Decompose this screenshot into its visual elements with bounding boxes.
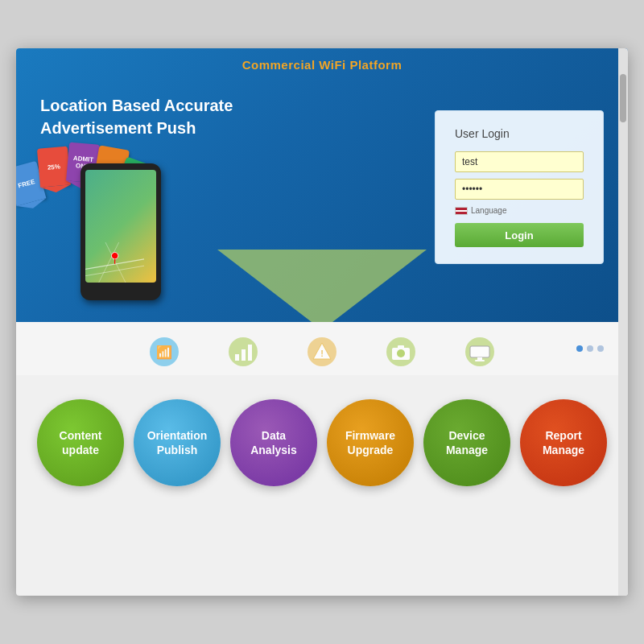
barchart-icon bbox=[228, 336, 258, 367]
bubble-data-line2: Analysis bbox=[250, 443, 297, 457]
phone-illustration: FREE 25% ADMITONE SALE 50% bbox=[40, 155, 201, 316]
language-label: Language bbox=[471, 206, 507, 215]
svg-rect-10 bbox=[242, 349, 246, 361]
svg-point-4 bbox=[111, 253, 118, 259]
bubble-device-line1: Device bbox=[448, 428, 485, 443]
bubble-data-analysis[interactable]: Data Analysis bbox=[230, 399, 317, 486]
svg-point-17 bbox=[397, 349, 405, 357]
main-window: Commercial WiFi Platform Location Based … bbox=[16, 48, 628, 596]
svg-rect-22 bbox=[477, 357, 482, 360]
bubble-firmware-upgrade[interactable]: Firmware Upgrade bbox=[327, 399, 414, 486]
username-input[interactable] bbox=[455, 151, 584, 172]
bubble-orient-line2: Publish bbox=[157, 443, 198, 457]
platform-title: Commercial WiFi Platform bbox=[16, 48, 628, 78]
scrollbar[interactable] bbox=[618, 48, 628, 596]
icon-alert: ! bbox=[307, 336, 337, 367]
arrow-decoration bbox=[217, 250, 427, 322]
bubble-report-manage[interactable]: Report Manage bbox=[520, 399, 607, 486]
bubble-content-line2: update bbox=[62, 443, 99, 457]
icon-camera bbox=[386, 336, 416, 367]
login-title: User Login bbox=[455, 127, 584, 140]
bubble-report-line1: Report bbox=[545, 428, 581, 443]
icon-monitor bbox=[464, 336, 495, 367]
bubble-orient-line1: Orientation bbox=[147, 428, 208, 443]
scrollbar-thumb[interactable] bbox=[620, 74, 626, 122]
svg-rect-20 bbox=[470, 346, 489, 357]
dot-3 bbox=[597, 345, 604, 352]
flag-icon bbox=[455, 207, 468, 215]
phone-screen bbox=[85, 170, 156, 283]
login-box: User Login Language Login bbox=[435, 110, 604, 264]
svg-rect-23 bbox=[475, 360, 485, 361]
camera-icon bbox=[386, 336, 416, 367]
bubble-device-manage[interactable]: Device Manage bbox=[423, 399, 510, 486]
svg-rect-18 bbox=[398, 345, 404, 349]
password-input[interactable] bbox=[455, 179, 584, 200]
alert-icon: ! bbox=[307, 336, 337, 367]
bubbles-section: Content update Orientation Publish Data … bbox=[16, 375, 628, 502]
wifi-icon: 📶 bbox=[149, 336, 180, 367]
map-svg bbox=[85, 242, 144, 283]
phone-body bbox=[80, 163, 161, 300]
bubble-firmware-line2: Upgrade bbox=[348, 443, 394, 457]
svg-text:📶: 📶 bbox=[156, 345, 172, 360]
bubble-report-line2: Manage bbox=[543, 443, 584, 457]
dot-1 bbox=[576, 345, 583, 352]
bubble-orientation-publish[interactable]: Orientation Publish bbox=[134, 399, 221, 486]
pagination-dots bbox=[576, 345, 604, 352]
language-row: Language bbox=[455, 206, 584, 215]
banner-tagline: Location Based Accurate Advertisement Pu… bbox=[40, 94, 419, 139]
svg-text:!: ! bbox=[320, 349, 324, 358]
icons-row: 📶 ! bbox=[16, 322, 628, 375]
dot-2 bbox=[587, 345, 593, 352]
svg-rect-11 bbox=[248, 345, 252, 361]
bubble-firmware-line1: Firmware bbox=[345, 428, 395, 443]
bubble-data-line1: Data bbox=[262, 428, 286, 443]
bubble-device-line2: Manage bbox=[446, 443, 488, 457]
icon-wifi: 📶 bbox=[149, 336, 180, 367]
monitor-icon bbox=[464, 336, 495, 367]
svg-rect-9 bbox=[235, 354, 239, 361]
icon-barchart bbox=[228, 336, 258, 367]
bubble-content-update[interactable]: Content update bbox=[37, 399, 124, 486]
login-button[interactable]: Login bbox=[455, 223, 584, 247]
banner-section: Commercial WiFi Platform Location Based … bbox=[16, 48, 628, 322]
bubble-content-line1: Content bbox=[60, 428, 102, 443]
